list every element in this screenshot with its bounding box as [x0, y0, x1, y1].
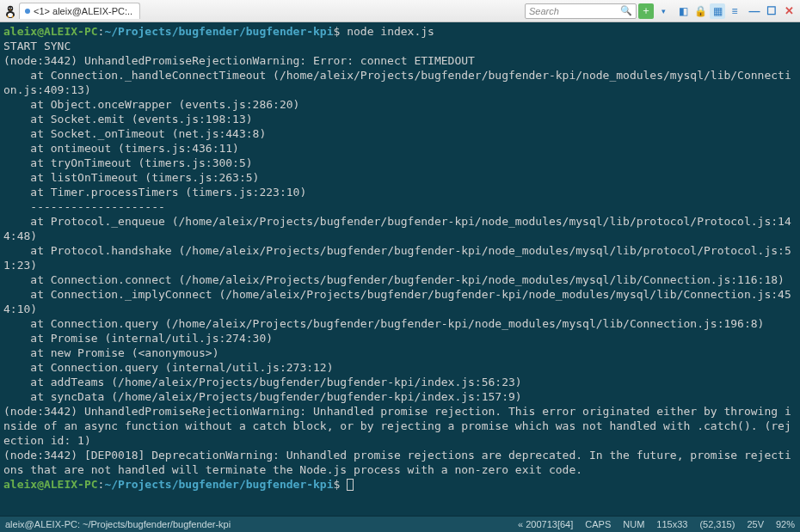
maximize-button[interactable]: ☐: [764, 3, 779, 19]
search-input[interactable]: Search 🔍: [525, 3, 637, 19]
svg-point-4: [10, 7, 12, 9]
lock-button[interactable]: 🔒: [692, 3, 708, 19]
status-pct: 92%: [776, 519, 795, 529]
list-button[interactable]: ≡: [727, 3, 742, 19]
stdout-text: START SYNC (node:3442) UnhandledPromiseR…: [3, 40, 791, 476]
status-size: 115x33: [656, 519, 687, 529]
statusbar: aleix@ALEIX-PC: ~/Projects/bugfender/bug…: [0, 516, 800, 532]
search-icon: 🔍: [620, 5, 632, 16]
status-vol: 25V: [747, 519, 764, 529]
svg-point-0: [8, 5, 13, 10]
minimize-button[interactable]: —: [747, 3, 762, 19]
status-num: NUM: [623, 519, 644, 529]
new-session-button[interactable]: ＋: [638, 3, 654, 19]
status-encoding: « 200713[64]: [518, 519, 573, 529]
cursor-icon: [347, 479, 354, 491]
prompt-path: ~/Projects/bugfender/bugfender-kpi: [104, 478, 333, 491]
tab-indicator-icon: [25, 9, 30, 14]
terminal-output[interactable]: aleix@ALEIX-PC:~/Projects/bugfender/bugf…: [0, 22, 800, 516]
prompt-path: ~/Projects/bugfender/bugfender-kpi: [104, 25, 333, 38]
close-button[interactable]: ✕: [781, 3, 797, 19]
search-placeholder: Search: [529, 6, 559, 16]
status-cwd: aleix@ALEIX-PC: ~/Projects/bugfender/bug…: [5, 519, 231, 529]
prompt-user: aleix@ALEIX-PC: [3, 25, 98, 38]
panel-toggle-button[interactable]: ◧: [675, 3, 691, 19]
titlebar: <1> aleix@ALEIX-PC:.. Search 🔍 ＋ ▾ ◧ 🔒 ▦…: [0, 0, 800, 22]
prompt-user: aleix@ALEIX-PC: [3, 478, 98, 491]
command-text: node index.js: [347, 25, 434, 38]
status-caps: CAPS: [585, 519, 611, 529]
terminal-tab[interactable]: <1> aleix@ALEIX-PC:..: [19, 3, 140, 19]
tux-icon: [3, 4, 17, 18]
view-button[interactable]: ▦: [710, 3, 725, 19]
status-pos: (52,315): [699, 519, 735, 529]
dropdown-icon[interactable]: ▾: [655, 3, 671, 19]
svg-point-3: [9, 7, 10, 9]
tab-label: <1> aleix@ALEIX-PC:..: [34, 6, 132, 16]
